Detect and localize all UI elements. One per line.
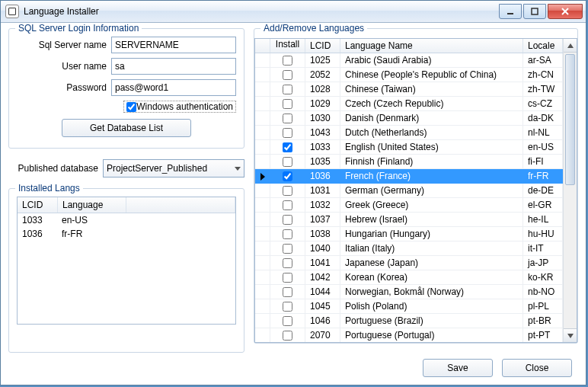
published-db-value: ProjectServer_Published <box>107 163 207 174</box>
row-selector-cell <box>255 213 270 227</box>
installed-lcid: 1033 <box>18 213 57 227</box>
language-row[interactable]: 1031German (Germany)de-DE <box>255 184 563 198</box>
row-name: English (United States) <box>340 140 523 155</box>
language-row[interactable]: 1032Greek (Greece)el-GR <box>255 198 563 213</box>
install-checkbox[interactable] <box>283 258 292 268</box>
language-row[interactable]: 1043Dutch (Netherlands)nl-NL <box>255 126 563 140</box>
install-checkbox[interactable] <box>283 244 292 254</box>
installed-col-spare[interactable] <box>126 197 235 213</box>
language-row[interactable]: 1036French (France)fr-FR <box>255 169 563 184</box>
language-row[interactable]: 1030Danish (Denmark)da-DK <box>255 111 563 126</box>
install-checkbox[interactable] <box>283 142 292 152</box>
row-name: Chinese (People's Republic of China) <box>340 68 523 82</box>
installed-lcid: 1036 <box>18 227 57 241</box>
server-input[interactable] <box>111 37 236 53</box>
row-install-cell <box>270 68 305 82</box>
install-checkbox[interactable] <box>283 229 292 239</box>
lang-col-install[interactable]: Install <box>270 39 305 53</box>
row-selector-cell <box>255 314 270 328</box>
row-name: Korean (Korea) <box>340 270 523 285</box>
language-row[interactable]: 2052Chinese (People's Republic of China)… <box>255 68 563 82</box>
scroll-thumb[interactable] <box>565 54 575 185</box>
lang-col-locale[interactable]: Locale <box>523 39 563 53</box>
row-lcid: 1035 <box>305 155 340 169</box>
install-checkbox[interactable] <box>283 114 292 123</box>
language-row[interactable]: 2070Portuguese (Portugal)pt-PT <box>255 328 563 342</box>
row-locale: cs-CZ <box>523 97 563 111</box>
language-row[interactable]: 1040Italian (Italy)it-IT <box>255 241 563 256</box>
row-locale: da-DK <box>523 111 563 126</box>
close-window-button[interactable] <box>548 4 583 19</box>
row-locale: pt-BR <box>523 314 563 328</box>
install-checkbox[interactable] <box>283 302 292 312</box>
language-grid[interactable]: Install LCID Language Name Locale 1025Ar… <box>254 38 577 343</box>
installed-col-lang[interactable]: Language <box>58 197 126 213</box>
language-row[interactable]: 1038Hungarian (Hungary)hu-HU <box>255 227 563 241</box>
installed-row[interactable]: 1033en-US <box>18 213 235 227</box>
lang-col-selector[interactable] <box>255 39 270 53</box>
maximize-button[interactable] <box>523 4 546 19</box>
user-input[interactable] <box>111 58 236 75</box>
save-button[interactable]: Save <box>423 359 493 377</box>
install-checkbox[interactable] <box>283 99 292 109</box>
install-checkbox[interactable] <box>283 316 292 326</box>
row-install-cell <box>270 82 305 97</box>
row-lcid: 1041 <box>305 256 340 270</box>
password-input[interactable] <box>111 79 236 96</box>
published-db-select[interactable]: ProjectServer_Published <box>103 159 244 178</box>
row-selector-cell <box>255 53 270 68</box>
language-row[interactable]: 1029Czech (Czech Republic)cs-CZ <box>255 97 563 111</box>
scroll-down-button[interactable] <box>564 328 577 342</box>
titlebar[interactable]: Language Installer <box>1 1 586 23</box>
lang-col-lcid[interactable]: LCID <box>305 39 340 53</box>
language-row[interactable]: 1042Korean (Korea)ko-KR <box>255 270 563 285</box>
svg-rect-1 <box>532 8 538 14</box>
installed-grid[interactable]: LCID Language 1033en-US1036fr-FR <box>17 197 236 325</box>
language-row[interactable]: 1035Finnish (Finland)fi-FI <box>255 155 563 169</box>
row-locale: hu-HU <box>523 227 563 241</box>
window: Language Installer SQL Server Login Info… <box>0 0 586 385</box>
row-selector-cell <box>255 97 270 111</box>
install-checkbox[interactable] <box>283 85 292 94</box>
install-checkbox[interactable] <box>283 215 292 225</box>
close-button[interactable]: Close <box>502 359 572 377</box>
language-row[interactable]: 1033English (United States)en-US <box>255 140 563 155</box>
install-checkbox[interactable] <box>283 287 292 297</box>
row-lcid: 2070 <box>305 328 340 342</box>
row-selector-cell <box>255 68 270 82</box>
install-checkbox[interactable] <box>283 331 292 341</box>
install-checkbox[interactable] <box>283 70 292 80</box>
app-icon <box>5 5 19 18</box>
row-install-cell <box>270 299 305 314</box>
row-name: Hungarian (Hungary) <box>340 227 523 241</box>
language-row[interactable]: 1037Hebrew (Israel)he-IL <box>255 213 563 227</box>
row-lcid: 1044 <box>305 285 340 299</box>
language-scrollbar[interactable] <box>563 39 577 342</box>
winauth-checkbox[interactable] <box>126 102 136 112</box>
row-locale: zh-CN <box>523 68 563 82</box>
language-row[interactable]: 1025Arabic (Saudi Arabia)ar-SA <box>255 53 563 68</box>
language-row[interactable]: 1044Norwegian, Bokmål (Norway)nb-NO <box>255 285 563 299</box>
scroll-up-button[interactable] <box>564 39 577 53</box>
installed-col-lcid[interactable]: LCID <box>18 197 58 213</box>
row-lcid: 1045 <box>305 299 340 314</box>
row-lcid: 1037 <box>305 213 340 227</box>
install-checkbox[interactable] <box>283 56 292 66</box>
row-locale: ar-SA <box>523 53 563 68</box>
language-row[interactable]: 1045Polish (Poland)pl-PL <box>255 299 563 314</box>
install-checkbox[interactable] <box>283 157 292 167</box>
language-row[interactable]: 1041Japanese (Japan)ja-JP <box>255 256 563 270</box>
row-selector-cell <box>255 111 270 126</box>
install-checkbox[interactable] <box>283 273 292 283</box>
language-row[interactable]: 1028Chinese (Taiwan)zh-TW <box>255 82 563 97</box>
install-checkbox[interactable] <box>283 171 292 181</box>
get-database-list-button[interactable]: Get Database List <box>62 119 191 137</box>
password-label: Password <box>17 82 107 93</box>
lang-col-name[interactable]: Language Name <box>340 39 523 53</box>
install-checkbox[interactable] <box>283 128 292 138</box>
installed-row[interactable]: 1036fr-FR <box>18 227 235 241</box>
language-row[interactable]: 1046Portuguese (Brazil)pt-BR <box>255 314 563 328</box>
install-checkbox[interactable] <box>283 186 292 196</box>
install-checkbox[interactable] <box>283 200 292 210</box>
minimize-button[interactable] <box>499 4 522 19</box>
